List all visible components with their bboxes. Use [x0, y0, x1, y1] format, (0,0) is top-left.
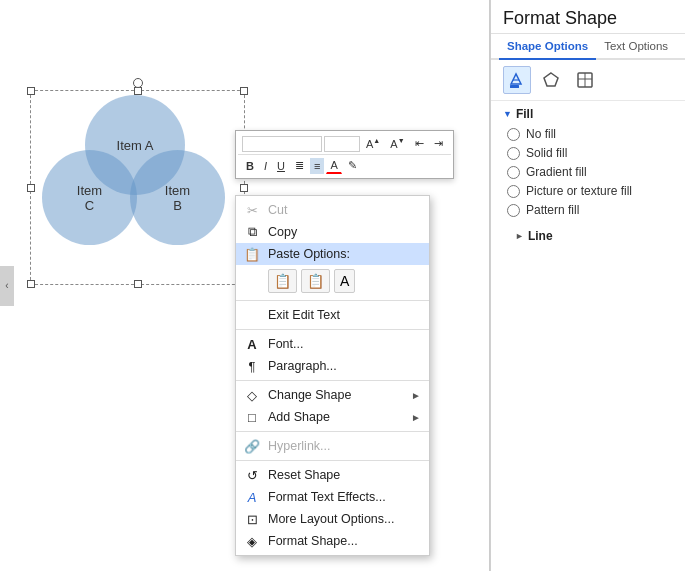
fill-picture-label: Picture or texture fill [526, 184, 632, 198]
circle-b-label: ItemB [165, 183, 190, 213]
context-menu: ✂ Cut ⧉ Copy 📋 Paste Options: 📋 📋 A Exit… [235, 195, 430, 556]
ctx-more-layout[interactable]: ⊡ More Layout Options... [236, 508, 429, 530]
paste-keep-source-btn[interactable]: 📋 [268, 269, 297, 293]
fill-section-title: Fill [516, 107, 533, 121]
handle-bl[interactable] [27, 280, 35, 288]
tab-text-options[interactable]: Text Options [596, 34, 676, 60]
fill-no-fill-label: No fill [526, 127, 556, 141]
handle-ml[interactable] [27, 184, 35, 192]
italic-button[interactable]: I [260, 158, 271, 174]
layout-icon-btn[interactable] [571, 66, 599, 94]
ctx-font[interactable]: A Font... [236, 333, 429, 355]
pentagon-icon [542, 71, 560, 89]
copy-icon: ⧉ [242, 224, 262, 240]
cut-icon: ✂ [242, 203, 262, 218]
ctx-paragraph-label: Paragraph... [268, 359, 337, 373]
fill-solid[interactable]: Solid fill [507, 146, 673, 160]
indent-less-button[interactable]: ⇤ [411, 135, 428, 152]
fill-solid-radio[interactable] [507, 147, 520, 160]
shrink-font-button[interactable]: A▼ [386, 135, 408, 152]
paste-merge-btn[interactable]: 📋 [301, 269, 330, 293]
bold-button[interactable]: B [242, 158, 258, 174]
grow-font-button[interactable]: A▲ [362, 135, 384, 152]
align-button[interactable]: ≣ [291, 157, 308, 174]
font-color-button[interactable]: A [326, 157, 341, 174]
fill-no-fill[interactable]: No fill [507, 127, 673, 141]
ctx-change-shape[interactable]: ◇ Change Shape ► [236, 384, 429, 406]
line-section-header[interactable]: ► Line [503, 229, 673, 243]
handle-tl[interactable] [27, 87, 35, 95]
fill-picture-radio[interactable] [507, 185, 520, 198]
fill-pattern-label: Pattern fill [526, 203, 579, 217]
circle-a-label: Item A [117, 138, 154, 153]
line-section: ► Line [491, 223, 685, 249]
toolbar-row-format: B I U ≣ ≡ A ✎ [238, 155, 451, 176]
ctx-reset-shape-label: Reset Shape [268, 468, 340, 482]
format-toolbar: Calibri (E 20 A▲ A▼ ⇤ ⇥ B I U ≣ ≡ A ✎ [235, 130, 454, 179]
handle-tr[interactable] [240, 87, 248, 95]
align-center-button[interactable]: ≡ [310, 158, 324, 174]
change-shape-arrow: ► [411, 390, 421, 401]
layout-icon: ⊡ [242, 512, 262, 527]
ctx-paste-options-header: 📋 Paste Options: [236, 243, 429, 265]
layout-grid-icon [576, 71, 594, 89]
line-section-title: Line [528, 229, 553, 243]
fill-pattern-radio[interactable] [507, 204, 520, 217]
ctx-more-layout-label: More Layout Options... [268, 512, 394, 526]
fill-pattern[interactable]: Pattern fill [507, 203, 673, 217]
ctx-copy[interactable]: ⧉ Copy [236, 221, 429, 243]
ctx-add-shape[interactable]: □ Add Shape ► [236, 406, 429, 428]
text-effects-icon: A [242, 490, 262, 505]
font-icon: A [242, 337, 262, 352]
separator-3 [236, 380, 429, 381]
fill-picture[interactable]: Picture or texture fill [507, 184, 673, 198]
hyperlink-icon: 🔗 [242, 439, 262, 454]
handle-mr[interactable] [240, 184, 248, 192]
ctx-reset-shape[interactable]: ↺ Reset Shape [236, 464, 429, 486]
ctx-format-shape-label: Format Shape... [268, 534, 358, 548]
separator-4 [236, 431, 429, 432]
paste-icon: 📋 [242, 247, 262, 262]
indent-more-button[interactable]: ⇥ [430, 135, 447, 152]
fill-gradient-radio[interactable] [507, 166, 520, 179]
highlight-button[interactable]: ✎ [344, 157, 361, 174]
fill-section: ▼ Fill No fill Solid fill Gradient fill … [491, 101, 685, 223]
reset-shape-icon: ↺ [242, 468, 262, 483]
circle-item-b[interactable]: ItemB [130, 150, 225, 245]
line-triangle: ► Line [503, 229, 553, 243]
paragraph-icon: ¶ [242, 359, 262, 374]
ctx-hyperlink[interactable]: 🔗 Hyperlink... [236, 435, 429, 457]
ctx-exit-edit-text[interactable]: Exit Edit Text [236, 304, 429, 326]
change-shape-icon: ◇ [242, 388, 262, 403]
format-shape-icon: ◈ [242, 534, 262, 549]
tab-shape-options[interactable]: Shape Options [499, 34, 596, 60]
ctx-cut[interactable]: ✂ Cut [236, 199, 429, 221]
ctx-format-shape[interactable]: ◈ Format Shape... [236, 530, 429, 552]
separator-2 [236, 329, 429, 330]
shape-icon-btn[interactable] [537, 66, 565, 94]
underline-button[interactable]: U [273, 158, 289, 174]
svg-rect-0 [510, 85, 519, 88]
fill-icon-btn[interactable] [503, 66, 531, 94]
add-shape-arrow: ► [411, 412, 421, 423]
handle-bm[interactable] [134, 280, 142, 288]
font-size-input[interactable]: 20 [324, 136, 360, 152]
fill-section-header[interactable]: ▼ Fill [503, 107, 673, 121]
circle-item-c[interactable]: ItemC [42, 150, 137, 245]
handle-tm[interactable] [134, 87, 142, 95]
fill-solid-label: Solid fill [526, 146, 567, 160]
ctx-paragraph[interactable]: ¶ Paragraph... [236, 355, 429, 377]
ctx-change-shape-label: Change Shape [268, 388, 351, 402]
fill-triangle: ▼ [503, 109, 512, 119]
paste-text-only-btn[interactable]: A [334, 269, 355, 293]
fill-no-fill-radio[interactable] [507, 128, 520, 141]
ctx-format-text-effects[interactable]: A Format Text Effects... [236, 486, 429, 508]
nav-arrow-left[interactable]: ‹ [0, 266, 14, 306]
fill-bucket-icon [508, 71, 526, 89]
canvas-area: ‹ Item A ItemC ItemB [0, 0, 490, 571]
rotation-handle[interactable] [133, 78, 143, 88]
font-name-input[interactable]: Calibri (E [242, 136, 322, 152]
fill-gradient-label: Gradient fill [526, 165, 587, 179]
line-collapse-icon: ► [515, 231, 524, 241]
fill-gradient[interactable]: Gradient fill [507, 165, 673, 179]
